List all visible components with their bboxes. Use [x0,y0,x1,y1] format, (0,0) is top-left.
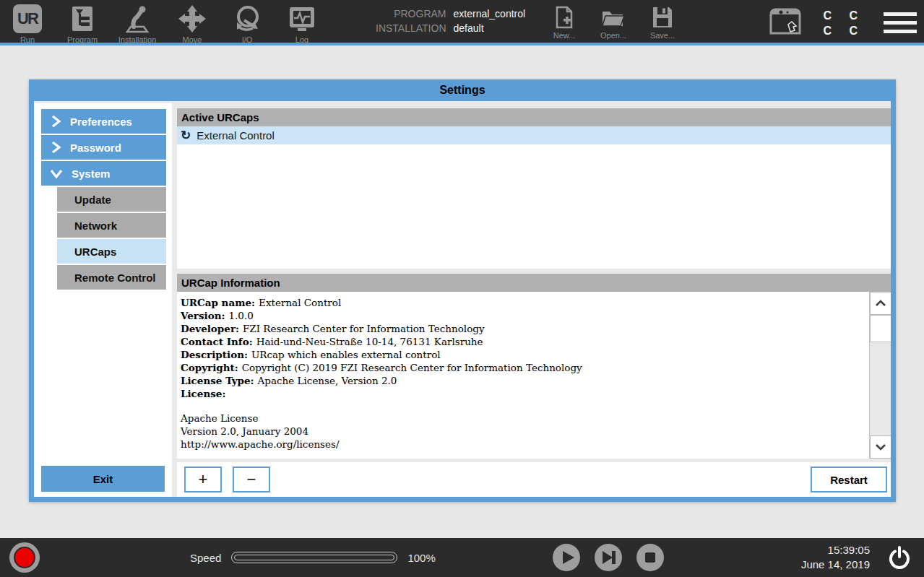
save-floppy-icon [652,6,673,29]
program-value: external_control [454,8,526,19]
log-monitor-icon [287,3,317,35]
field-value: FZI Research Center for Information Tech… [243,323,485,334]
play-button[interactable] [553,544,580,571]
remove-urcap-button[interactable]: − [233,467,270,493]
dialog-body: Preferences Password System Update Netwo… [34,101,891,497]
sidebar-update-label: Update [74,194,111,206]
time-display: 15:39:05 [801,543,870,558]
power-button[interactable] [885,544,914,573]
tab-run[interactable]: UR Run [6,3,49,44]
add-urcap-button[interactable]: + [184,467,222,493]
chevron-down-icon [875,443,886,451]
field-label: License: [181,388,225,399]
urcap-list-item-external-control[interactable]: ↻ External Control [177,126,891,144]
tab-run-label: Run [20,35,35,44]
program-icon [68,3,97,35]
speed-slider[interactable] [231,552,397,563]
sidebar-preferences-label: Preferences [70,116,132,128]
field-label: License Type: [181,375,254,386]
power-icon [886,545,913,572]
sidebar-system-label: System [72,168,110,180]
tab-program-label: Program [67,35,98,44]
header-right-cluster: C C C C [767,0,917,45]
settings-dialog: Settings Preferences Password System Upd… [29,79,896,502]
open-button-label: Open... [600,31,626,40]
field-label: Copyright: [181,362,238,373]
chevron-up-icon [875,300,886,307]
sidebar-network-label: Network [74,220,117,232]
field-value: URcap which enables external control [251,349,441,360]
field-label: Description: [181,349,248,360]
open-folder-icon [601,6,626,29]
info-scrollbar[interactable] [869,292,891,459]
stop-button[interactable] [636,544,664,571]
active-urcaps-panel: Active URCaps ↻ External Control [177,108,891,269]
speed-value: 100% [407,552,435,564]
sidebar-item-update[interactable]: Update [57,187,166,212]
mode-indicator-row1: C C [823,8,865,23]
exit-button[interactable]: Exit [41,466,165,492]
installation-value: default [454,22,526,34]
sidebar-item-preferences[interactable]: Preferences [41,109,166,134]
settings-content: Active URCaps ↻ External Control URCap I… [177,101,891,497]
tab-installation[interactable]: Installation [116,3,159,44]
field-label: Contact Info: [181,336,253,347]
license-line: Version 2.0, January 2004 [181,425,862,438]
sidebar-item-urcaps[interactable]: URCaps [57,239,166,264]
chevron-right-icon [50,141,61,154]
dialog-title: Settings [34,79,891,101]
step-button[interactable] [595,544,622,571]
field-label: Developer: [181,323,239,334]
field-value: Haid-und-Neu-Straße 10-14, 76131 Karlsru… [256,336,483,347]
urcap-info-text: URCap name:External Control Version:1.0.… [177,292,891,451]
stop-icon [636,544,664,571]
urcap-info-header: URCap Information [177,274,891,292]
sidebar-item-network[interactable]: Network [57,213,166,238]
hamburger-menu-icon[interactable] [884,12,917,33]
mode-indicator: C C C C [823,8,865,38]
field-label: Version: [181,310,225,321]
tab-io[interactable]: I/O [225,3,269,44]
sidebar-item-remote-control[interactable]: Remote Control [57,265,166,290]
sidebar-remote-control-label: Remote Control [74,272,156,284]
new-file-icon [554,6,574,29]
restart-button[interactable]: Restart [811,467,887,493]
field-value: 1.0.0 [228,310,253,321]
urcap-button-strip: + − Restart [177,462,891,497]
scrollbar-thumb[interactable] [870,315,891,342]
tab-io-label: I/O [242,35,253,44]
tab-log-label: Log [295,35,308,44]
play-icon [553,544,580,571]
tab-move-label: Move [183,35,202,44]
scroll-up-button[interactable] [870,292,891,315]
robot-status-indicator[interactable] [9,542,40,573]
mode-indicator-row2: C C [823,23,865,38]
license-line: http://www.apache.org/licenses/ [181,438,862,451]
date-display: June 14, 2019 [801,558,870,572]
ur-logo-icon: UR [13,3,42,35]
tab-move[interactable]: Move [170,3,214,44]
scroll-down-button[interactable] [870,435,891,459]
step-forward-icon [595,544,622,571]
transport-controls [553,544,664,571]
urcap-info-panel: URCap Information URCap name:External Co… [177,274,891,459]
refresh-icon: ↻ [181,129,191,142]
settings-sidebar: Preferences Password System Update Netwo… [34,103,172,497]
touch-pendant-icon[interactable] [767,6,804,40]
installation-label: INSTALLATION [376,22,446,34]
footer-bar: Speed 100% 15:39:05 June 14, 2019 [0,538,924,577]
tab-program[interactable]: Program [61,3,104,44]
save-button[interactable]: Save... [647,6,678,40]
status-red-light [14,547,35,568]
main-tabs: UR Run Program Installation Move I/O [6,3,324,44]
tab-log[interactable]: Log [280,3,324,44]
sidebar-item-system[interactable]: System [41,161,166,186]
sidebar-item-password[interactable]: Password [41,135,166,160]
urcap-item-label: External Control [197,129,275,142]
robot-arm-icon [121,3,153,35]
open-button[interactable]: Open... [598,6,629,40]
io-icon [231,3,263,35]
file-actions: New... Open... Save... [549,6,678,40]
new-button[interactable]: New... [549,6,579,40]
active-urcaps-header: Active URCaps [177,108,891,126]
